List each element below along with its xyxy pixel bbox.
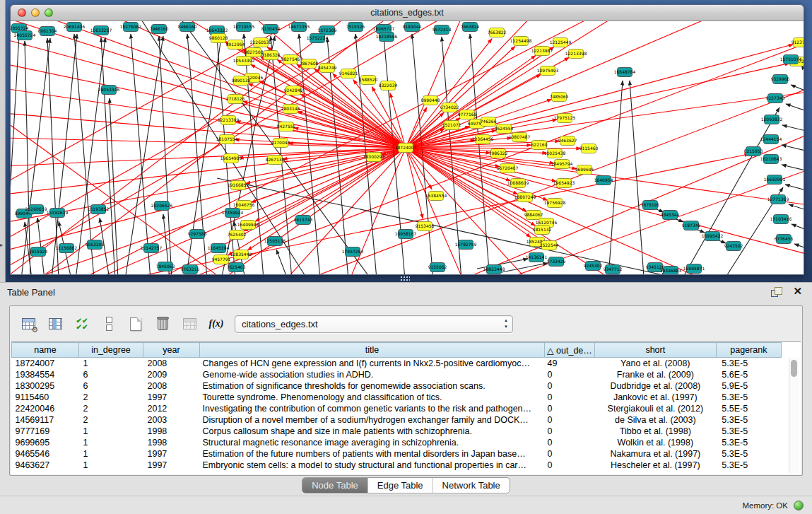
graph-node[interactable]: 12835449 [230, 250, 252, 259]
table-cell[interactable]: 18724007 [12, 358, 79, 370]
graph-node[interactable]: 19218596 [376, 33, 398, 42]
table-cell[interactable]: 1 [79, 460, 143, 471]
table-cell[interactable]: 5.3E-5 [716, 437, 781, 448]
table-cell[interactable]: Yano et al. (2008) [594, 358, 716, 370]
table-row[interactable]: 911546021997Tourette syndrome. Phenomeno… [12, 392, 782, 403]
graph-node[interactable]: 12142757 [141, 244, 163, 253]
table-cell[interactable]: de Silva et al. (2003) [594, 414, 716, 426]
column-header-in_degree[interactable]: in_degree [79, 343, 143, 358]
table-cell[interactable]: Embryonic stem cells: a model to study s… [200, 460, 545, 471]
column-header-short[interactable]: short [594, 343, 716, 358]
graph-node[interactable]: 5053205 [86, 240, 105, 250]
graph-node[interactable]: 20206526 [151, 201, 173, 211]
graph-node[interactable]: 8061304 [38, 27, 57, 36]
table-cell[interactable]: Stergiakouli et al. (2012) [594, 403, 716, 414]
table-row[interactable]: 977716911998Corpus callosum shape and si… [12, 426, 782, 437]
graph-node[interactable]: 5572418 [433, 25, 452, 35]
graph-node[interactable]: 19756928 [544, 199, 566, 208]
graph-node[interactable]: 12125449 [550, 38, 572, 47]
graph-node[interactable]: 16210643 [760, 155, 782, 164]
graph-node[interactable]: 14671355 [288, 23, 310, 32]
table-cell[interactable]: 0 [545, 460, 595, 471]
graph-node[interactable]: 19346883 [660, 267, 682, 275]
column-header-pagerank[interactable]: pagerank [716, 343, 781, 358]
table-row[interactable]: 969969511998Structural magnetic resonanc… [12, 437, 782, 448]
table-cell[interactable]: 6 [79, 369, 143, 380]
graph-node[interactable]: 1640954 [594, 176, 613, 185]
table-cell[interactable]: 5.6E-5 [716, 369, 781, 380]
graph-node[interactable]: 15193852 [88, 205, 110, 214]
new-table-icon[interactable] [127, 315, 144, 332]
table-row[interactable]: 1830029562008Estimation of significance … [12, 380, 782, 392]
graph-node[interactable]: 8215953 [744, 147, 763, 156]
minimize-window-button[interactable] [31, 8, 40, 17]
graph-node[interactable]: 22260538 [250, 38, 272, 47]
zoom-window-button[interactable] [45, 8, 53, 17]
table-cell[interactable]: 2 [79, 414, 143, 426]
table-cell[interactable]: Structural magnetic resonance image aver… [200, 437, 545, 448]
table-cell[interactable]: 2008 [143, 380, 200, 392]
table-cell[interactable]: 9463627 [12, 460, 79, 471]
graph-node[interactable]: 1733426 [547, 257, 566, 267]
table-cell[interactable]: 5.3E-5 [716, 460, 781, 471]
graph-node[interactable]: 7679191 [641, 201, 660, 210]
panel-collapse-arrow-icon[interactable]: ▸ [0, 242, 3, 248]
row-selection-icon[interactable]: ✔✔✔✔ [73, 315, 90, 332]
graph-node[interactable]: 18300295 [363, 153, 385, 162]
table-cell[interactable]: 5.3E-5 [716, 426, 781, 437]
graph-node[interactable]: 16995422 [702, 232, 724, 241]
table-cell[interactable]: 5.3E-5 [716, 448, 781, 460]
table-selector-dropdown[interactable]: citations_edges.txt ▲▼ [235, 315, 513, 333]
graph-node[interactable]: 6734022 [440, 103, 459, 112]
graph-node[interactable]: 10807487 [509, 133, 531, 142]
graph-node[interactable]: 9123754 [792, 38, 804, 47]
table-cell[interactable]: 14569117 [12, 414, 79, 426]
graph-node[interactable]: 2867608 [300, 59, 319, 69]
graph-node[interactable]: 18107554 [216, 135, 238, 144]
graph-node[interactable]: 9463627 [558, 136, 577, 146]
graph-node[interactable]: 8183044 [403, 23, 422, 32]
graph-node[interactable]: 19654903 [220, 154, 242, 163]
tab-edge-table[interactable]: Edge Table [367, 478, 433, 493]
graph-node[interactable]: 8990448 [421, 96, 440, 105]
table-cell[interactable]: 5.3E-5 [716, 414, 781, 426]
table-cell[interactable]: 0 [545, 448, 595, 460]
column-header-name[interactable]: name [12, 343, 79, 358]
graph-node[interactable]: 8912954 [226, 40, 245, 49]
table-cell[interactable]: 0 [545, 403, 595, 414]
graph-node[interactable]: 20691406 [64, 23, 86, 32]
table-cell[interactable]: Corpus callosum shape and size in male p… [200, 426, 545, 437]
graph-node[interactable]: 18807249 [514, 193, 536, 202]
graph-node[interactable]: 20364456 [472, 135, 494, 144]
scrollbar-thumb[interactable] [791, 360, 797, 377]
table-cell[interactable]: 5.9E-5 [716, 380, 781, 392]
graph-node[interactable]: 7663822 [488, 28, 507, 37]
table-cell[interactable]: 9465546 [12, 448, 79, 460]
table-settings-icon[interactable]: ⚙ [20, 315, 37, 332]
vertical-scrollbar[interactable] [789, 358, 799, 473]
table-cell[interactable]: Estimation of the future numbers of pati… [200, 448, 545, 460]
graph-node[interactable]: 15751074 [780, 55, 802, 64]
graph-node[interactable]: 7515526 [346, 23, 365, 32]
graph-node[interactable]: 10719155 [233, 23, 255, 32]
function-builder-icon[interactable]: f(x) [208, 315, 225, 332]
graph-node[interactable]: 10975493 [537, 66, 559, 76]
table-row[interactable]: 946554611997Estimation of the future num… [12, 448, 782, 460]
table-cell[interactable]: Genome-wide association studies in ADHD. [200, 369, 545, 380]
graph-node[interactable]: 9187345 [682, 221, 701, 230]
graph-node[interactable]: 18724007 [395, 144, 417, 153]
table-cell[interactable]: 0 [545, 380, 595, 392]
graph-node[interactable]: 10543392 [233, 57, 255, 66]
table-cell[interactable]: 9777169 [12, 426, 79, 437]
table-cell[interactable]: Jankovic et al. (1997) [594, 392, 716, 403]
graph-node[interactable]: 7845063 [156, 262, 175, 271]
table-cell[interactable]: 5.5E-5 [716, 403, 781, 414]
table-cell[interactable]: 0 [545, 414, 595, 426]
graph-node[interactable]: 9827508 [245, 48, 264, 57]
import-table-icon[interactable] [181, 315, 198, 332]
table-cell[interactable]: 9115460 [12, 392, 79, 403]
tab-node-table[interactable]: Node Table [302, 478, 367, 493]
graph-node[interactable]: 7625403 [227, 263, 246, 272]
column-pair-icon[interactable] [100, 315, 117, 332]
table-row[interactable]: 1456911722003Disruption of a novel membe… [12, 414, 782, 426]
